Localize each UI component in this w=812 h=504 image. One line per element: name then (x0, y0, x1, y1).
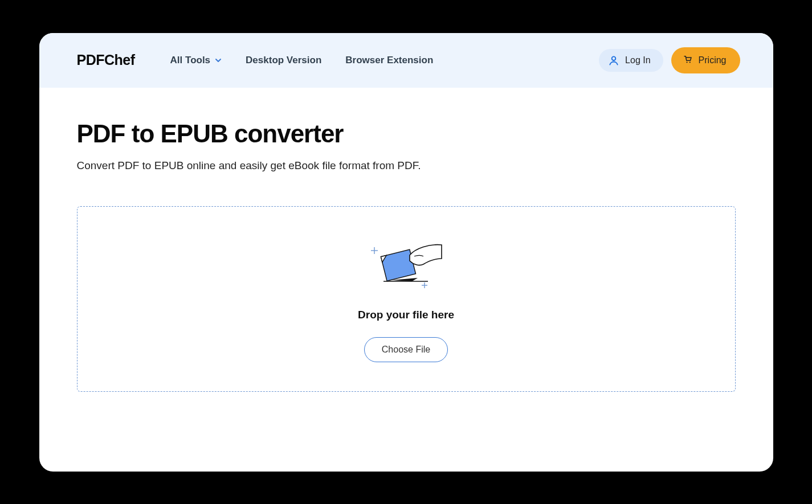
nav-all-tools[interactable]: All Tools (170, 55, 222, 66)
logo[interactable]: PDFChef (77, 52, 135, 68)
file-dropzone[interactable]: Drop your file here Choose File (77, 206, 736, 392)
choose-file-button[interactable]: Choose File (364, 337, 448, 362)
user-icon (608, 55, 619, 66)
svg-point-0 (612, 56, 616, 60)
login-label: Log In (625, 55, 650, 65)
pricing-label: Pricing (699, 55, 727, 65)
chevron-down-icon (215, 57, 222, 64)
page-subtitle: Convert PDF to EPUB online and easily ge… (77, 159, 736, 172)
svg-point-2 (689, 62, 690, 63)
main-nav: All Tools Desktop Version Browser Extens… (170, 55, 434, 66)
cart-icon (683, 54, 693, 67)
nav-browser-extension[interactable]: Browser Extension (345, 55, 433, 66)
svg-point-1 (686, 62, 687, 63)
dropzone-text: Drop your file here (358, 309, 454, 321)
nav-all-tools-label: All Tools (170, 55, 211, 66)
page-title: PDF to EPUB converter (77, 120, 736, 148)
nav-desktop-version[interactable]: Desktop Version (246, 55, 321, 66)
pricing-button[interactable]: Pricing (671, 47, 740, 73)
main-content: PDF to EPUB converter Convert PDF to EPU… (39, 88, 773, 392)
drop-file-illustration-icon (366, 236, 446, 293)
header: PDFChef All Tools Desktop Version Browse… (39, 33, 773, 88)
login-button[interactable]: Log In (599, 49, 663, 72)
app-window: PDFChef All Tools Desktop Version Browse… (39, 33, 773, 472)
